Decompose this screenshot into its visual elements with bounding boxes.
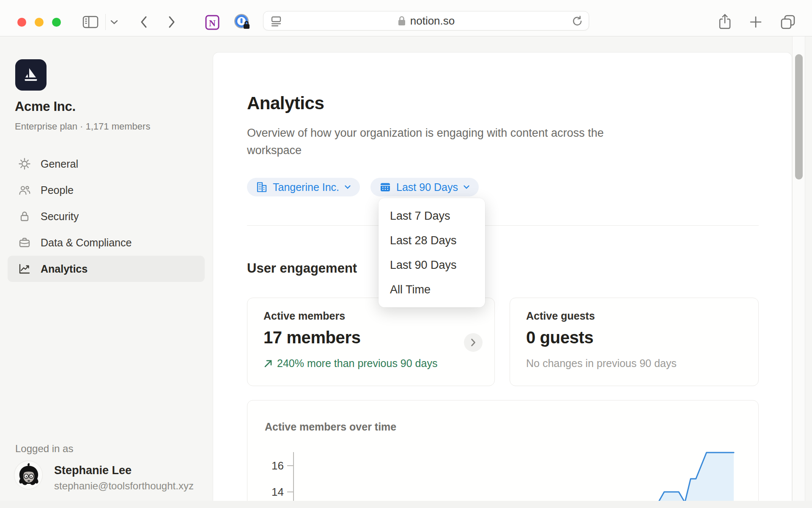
- sidebar-item-people[interactable]: People: [8, 177, 205, 203]
- workspace-filter-label: Tangerine Inc.: [273, 181, 339, 193]
- sidebar-menu: General People: [8, 151, 205, 282]
- zoom-window-button[interactable]: [52, 18, 61, 27]
- sidebar-item-security[interactable]: Security: [8, 203, 205, 229]
- lock-icon: [18, 210, 31, 223]
- toolbar-divider: [105, 14, 106, 30]
- back-button[interactable]: [140, 15, 148, 29]
- buildings-icon: [256, 181, 268, 193]
- scrollbar-track[interactable]: [792, 36, 805, 508]
- gear-icon: [18, 157, 31, 170]
- briefcase-icon: [18, 236, 31, 249]
- section-title: User engagement: [247, 261, 357, 276]
- trend-chart-icon: [18, 262, 31, 275]
- address-bar[interactable]: notion.so: [263, 11, 589, 30]
- filter-pills: Tangerine Inc.: [247, 178, 479, 196]
- notion-extension-icon[interactable]: N: [205, 14, 221, 31]
- sidebar-item-data-compliance[interactable]: Data & Compliance: [8, 229, 205, 256]
- card-change: 240% more than previous 90 days: [263, 357, 478, 370]
- calendar-icon: [379, 181, 391, 193]
- sidebar-item-analytics[interactable]: Analytics: [8, 256, 205, 282]
- chart-y-tick-label: 16: [272, 459, 284, 472]
- onepassword-extension-icon[interactable]: [233, 13, 252, 32]
- active-members-chart-card: Active members over time 1614: [247, 400, 759, 508]
- minimize-window-button[interactable]: [35, 18, 44, 27]
- trend-up-arrow-icon: [263, 359, 273, 368]
- chart-title: Active members over time: [265, 421, 396, 433]
- card-label: Active members: [263, 310, 478, 322]
- sidebar-item-label: Analytics: [41, 263, 88, 275]
- new-tab-icon[interactable]: [749, 16, 762, 28]
- close-window-button[interactable]: [17, 18, 26, 27]
- share-icon[interactable]: [718, 13, 732, 31]
- chevron-down-icon: [463, 185, 470, 189]
- chevron-right-icon[interactable]: [464, 333, 483, 352]
- chart-area-fill: [650, 453, 734, 508]
- chart-y-tick-label: 14: [272, 486, 284, 498]
- section-divider: [247, 225, 759, 226]
- logged-in-as-label: Logged in as: [15, 443, 73, 455]
- menu-item-last-7-days[interactable]: Last 7 Days: [379, 204, 485, 228]
- stat-cards: Active members 17 members 240% more than…: [247, 298, 759, 386]
- workspace-name: Acme Inc.: [15, 99, 76, 114]
- menu-item-all-time[interactable]: All Time: [379, 277, 485, 302]
- active-members-card[interactable]: Active members 17 members 240% more than…: [247, 298, 495, 386]
- menu-item-last-90-days[interactable]: Last 90 Days: [379, 253, 485, 277]
- workspace-meta: Enterprise plan · 1,171 members: [15, 121, 150, 132]
- settings-sidebar: Acme Inc. Enterprise plan · 1,171 member…: [0, 36, 213, 508]
- scrollbar-thumb[interactable]: [795, 54, 803, 179]
- active-members-over-time-chart: 1614: [247, 447, 759, 508]
- user-name: Stephanie Lee: [54, 464, 132, 477]
- browser-window: N: [0, 0, 812, 508]
- forward-button[interactable]: [167, 15, 176, 29]
- active-guests-card[interactable]: Active guests 0 guests No changes in pre…: [510, 298, 759, 386]
- avatar[interactable]: [14, 461, 43, 489]
- sidebar-item-label: Security: [41, 210, 79, 223]
- date-range-dropdown: Last 7 Days Last 28 Days Last 90 Days Al…: [379, 198, 485, 307]
- window-bottom-edge: [0, 501, 812, 508]
- sidebar-item-general[interactable]: General: [8, 151, 205, 177]
- page-description: Overview of how your organization is eng…: [247, 124, 649, 159]
- browser-toolbar: N: [0, 0, 812, 36]
- card-change: No changes in previous 90 days: [526, 357, 742, 370]
- sidebar-item-label: People: [41, 184, 74, 196]
- analytics-page: Analytics Overview of how your organizat…: [213, 52, 792, 508]
- sidebar-toggle-icon[interactable]: [82, 14, 99, 30]
- svg-text:N: N: [209, 18, 216, 28]
- date-range-filter-pill[interactable]: Last 90 Days: [370, 178, 479, 196]
- sailboat-icon: [22, 66, 40, 84]
- tls-lock-icon: [398, 15, 406, 26]
- card-label: Active guests: [526, 310, 742, 322]
- tab-overview-icon[interactable]: [779, 14, 796, 30]
- page-title: Analytics: [247, 93, 324, 113]
- workspace-filter-pill[interactable]: Tangerine Inc.: [247, 178, 360, 196]
- card-value: 17 members: [263, 328, 478, 347]
- url-text[interactable]: notion.so: [410, 14, 455, 28]
- reload-icon[interactable]: [571, 15, 584, 28]
- people-icon: [18, 184, 31, 196]
- user-email: stephanie@toolsforthought.xyz: [54, 480, 194, 492]
- sidebar-item-label: Data & Compliance: [41, 237, 132, 249]
- sidebar-item-label: General: [41, 158, 78, 170]
- chevron-down-icon: [344, 185, 351, 189]
- card-value: 0 guests: [526, 328, 742, 347]
- menu-item-last-28-days[interactable]: Last 28 Days: [379, 228, 485, 253]
- workspace-logo: [15, 59, 47, 91]
- date-range-filter-label: Last 90 Days: [396, 181, 458, 193]
- toolbar-chevron-down-icon[interactable]: [110, 19, 118, 25]
